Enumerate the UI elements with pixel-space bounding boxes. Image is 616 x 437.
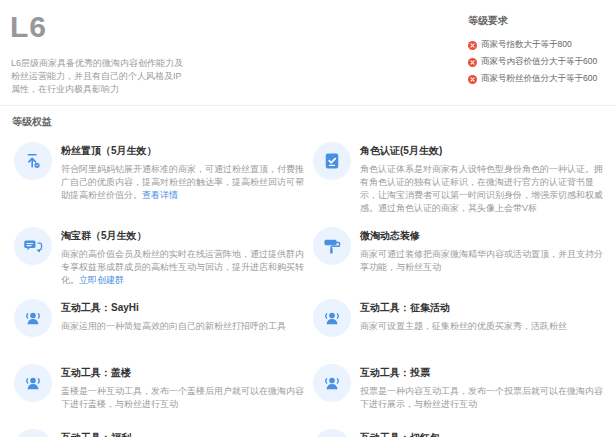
level-title: L6 <box>10 10 220 44</box>
benefit-card: 粉丝置顶（5月生效） 符合阿里妈妈钻展开通标准的商家，可通过粉丝置顶，付费推广自… <box>14 142 309 215</box>
benefit-card: 互动工具：SayHi 商家运用的一种简短高效的向自己的新粉丝打招呼的工具 <box>14 299 309 352</box>
error-cross-icon <box>468 41 477 50</box>
person-greeting-icon <box>313 429 351 437</box>
benefit-card-description: 投票是一种内容互动工具，发布一个投票后就可以在微淘内容下进行展示，与粉丝进行互动 <box>360 386 603 409</box>
benefit-card-description: 商家可通过装修把商家微淘精华内容或活动置顶，并且支持分享功能，与粉丝互动 <box>360 249 603 272</box>
level-description: L6层级商家具备优秀的微淘内容创作能力及粉丝运营能力，并且有自己的个人风格及IP… <box>11 57 185 96</box>
requirement-text: 商家号粉丝价值分大于等于600 <box>481 73 597 85</box>
benefit-card-link[interactable]: 查看详情 <box>142 190 178 200</box>
level-summary: L6 L6层级商家具备优秀的微淘内容创作能力及粉丝运营能力，并且有自己的个人风格… <box>10 0 220 96</box>
requirement-text: 商家号内容价值分大于等于600 <box>481 56 597 68</box>
level-requirements-panel: 等级要求 商家号指数大于等于800 商家号内容价值分大于等于600 商家号粉丝价… <box>468 0 606 96</box>
requirement-item: 商家号指数大于等于800 <box>468 39 602 51</box>
benefit-card-description: 角色认证体系是对商家有人设特色型身份角色的一种认证。拥有角色认证的独有认证标识，… <box>360 164 603 213</box>
benefit-card-description: 符合阿里妈妈钻展开通标准的商家，可通过粉丝置顶，付费推广自己的优质内容，提高对粉… <box>61 164 304 200</box>
pin-top-icon <box>14 142 52 180</box>
benefit-card: 互动工具：投票 投票是一种内容互动工具，发布一个投票后就可以在微淘内容下进行展示… <box>313 364 608 417</box>
person-greeting-icon <box>313 299 351 337</box>
benefit-card: 淘宝群（5月生效） 商家的高价值会员及粉丝的实时在线运营阵地，通过提供群内专享权… <box>14 227 309 287</box>
benefits-grid: 粉丝置顶（5月生效） 符合阿里妈妈钻展开通标准的商家，可通过粉丝置顶，付费推广自… <box>14 142 608 437</box>
benefit-card-title: 互动工具：盖楼 <box>61 366 309 380</box>
benefit-card: 微淘动态装修 商家可通过装修把商家微淘精华内容或活动置顶，并且支持分享功能，与粉… <box>313 227 608 287</box>
benefit-card-title: 淘宝群（5月生效） <box>61 229 309 243</box>
error-cross-icon <box>468 75 477 84</box>
paint-roller-icon <box>313 227 351 265</box>
person-greeting-icon <box>14 429 52 437</box>
benefit-card: 互动工具：征集活动 商家可设置主题，征集粉丝的优质买家秀，活跃粉丝 <box>313 299 608 352</box>
benefit-card: 角色认证(5月生效) 角色认证体系是对商家有人设特色型身份角色的一种认证。拥有角… <box>313 142 608 215</box>
requirement-item: 商家号粉丝价值分大于等于600 <box>468 73 602 85</box>
requirement-item: 商家号内容价值分大于等于600 <box>468 56 602 68</box>
benefit-card: 互动工具：切红包 <box>313 429 608 437</box>
benefit-card-title: 互动工具：福利 <box>61 431 131 437</box>
benefit-card-description: 盖楼是一种互动工具，发布一个盖楼后用户就可以在微淘内容下进行盖楼，与粉丝进行互动 <box>61 386 304 409</box>
benefit-card-title: 互动工具：切红包 <box>360 431 440 437</box>
benefit-card-title: 互动工具：征集活动 <box>360 301 567 315</box>
benefit-card-title: 粉丝置顶（5月生效） <box>61 144 309 158</box>
benefit-card-description: 商家运用的一种简短高效的向自己的新粉丝打招呼的工具 <box>61 321 286 331</box>
benefits-heading: 等级权益 <box>12 115 616 129</box>
person-greeting-icon <box>313 364 351 402</box>
benefit-card-title: 角色认证(5月生效) <box>360 144 608 158</box>
benefit-card-title: 互动工具：SayHi <box>61 301 286 315</box>
benefit-card-title: 微淘动态装修 <box>360 229 608 243</box>
cert-badge-icon <box>313 142 351 180</box>
benefit-card-description: 商家可设置主题，征集粉丝的优质买家秀，活跃粉丝 <box>360 321 567 331</box>
requirement-text: 商家号指数大于等于800 <box>481 39 572 51</box>
requirements-heading: 等级要求 <box>468 14 602 28</box>
chat-group-icon <box>14 227 52 265</box>
person-greeting-icon <box>14 299 52 337</box>
benefit-card-link[interactable]: 立即创建群 <box>79 275 124 285</box>
page-header: L6 L6层级商家具备优秀的微淘内容创作能力及粉丝运营能力，并且有自己的个人风格… <box>0 0 616 96</box>
benefit-card: 互动工具：福利 <box>14 429 309 437</box>
error-cross-icon <box>468 58 477 67</box>
benefit-card: 互动工具：盖楼 盖楼是一种互动工具，发布一个盖楼后用户就可以在微淘内容下进行盖楼… <box>14 364 309 417</box>
benefit-card-title: 互动工具：投票 <box>360 366 608 380</box>
person-greeting-icon <box>14 364 52 402</box>
